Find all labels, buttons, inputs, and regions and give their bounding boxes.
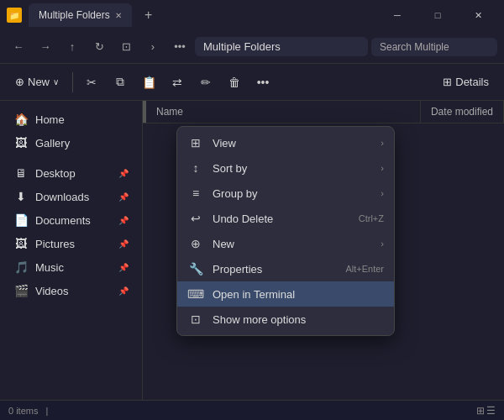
sidebar-item-music[interactable]: 🎵 Music 📌	[3, 256, 139, 278]
sidebar-pin-desktop: 📌	[118, 169, 129, 178]
view-toggle-button[interactable]: ⊡	[114, 35, 138, 59]
new-icon: ⊕	[15, 76, 24, 88]
breadcrumb-label: Multiple Folders	[203, 40, 281, 53]
move-button[interactable]: ⇄	[164, 69, 191, 96]
details-label: Details	[455, 76, 489, 88]
tab[interactable]: Multiple Folders ✕	[29, 3, 132, 27]
breadcrumb[interactable]: Multiple Folders	[195, 37, 368, 56]
tab-close-button[interactable]: ✕	[115, 11, 122, 20]
sidebar-item-videos[interactable]: 🎬 Videos 📌	[3, 280, 139, 302]
more-options-button[interactable]: •••	[249, 69, 276, 96]
sidebar-pin-downloads: 📌	[118, 192, 129, 202]
context-menu: ⊞ View › ↕ Sort by › ≡ Group by › ↩ Undo…	[176, 126, 395, 336]
menu-label-groupby: Group by	[213, 187, 257, 200]
sidebar-pin-music: 📌	[118, 263, 129, 272]
paste-button[interactable]: 📋	[135, 69, 162, 96]
sidebar-label-gallery: Gallery	[35, 137, 70, 150]
status-items-count: 0 items |	[8, 406, 53, 416]
sidebar-pin-pictures: 📌	[118, 239, 129, 249]
sidebar-icon-videos: 🎬	[13, 284, 29, 297]
details-button[interactable]: ⊞ Details	[434, 69, 497, 96]
sidebar-label-music: Music	[35, 261, 64, 274]
back-button[interactable]: ←	[7, 35, 30, 59]
toolbar-divider	[72, 72, 73, 92]
rename-button[interactable]: ✏	[192, 69, 219, 96]
menu-label-new: New	[213, 238, 234, 250]
menu-arrow-new: ›	[381, 239, 384, 249]
sidebar-item-gallery[interactable]: 🖼 Gallery	[3, 132, 139, 154]
menu-item-properties[interactable]: 🔧 Properties Alt+Enter	[177, 256, 394, 281]
sidebar-item-documents[interactable]: 📄 Documents 📌	[3, 209, 139, 231]
menu-icon-properties: 🔧	[187, 262, 204, 276]
menu-label-undo: Undo Delete	[213, 213, 273, 225]
forward-button[interactable]: →	[34, 35, 57, 59]
list-view-button[interactable]: ☰	[486, 405, 496, 417]
menu-shortcut-properties: Alt+Enter	[345, 264, 384, 274]
menu-icon-groupby: ≡	[187, 186, 204, 200]
new-button[interactable]: ⊕ New ∨	[7, 69, 67, 96]
toolbar: ⊕ New ∨ ✂ ⧉ 📋 ⇄ ✏ 🗑 ••• ⊞ Details	[0, 64, 504, 101]
menu-label-view: View	[213, 137, 236, 150]
menu-label-properties: Properties	[213, 263, 262, 276]
new-label: New	[28, 76, 50, 88]
menu-arrow-groupby: ›	[381, 188, 384, 198]
sidebar: 🏠 Home 🖼 Gallery 🖥 Desktop 📌 ⬇ Downloads…	[0, 101, 143, 400]
menu-icon-sortby: ↕	[187, 161, 204, 175]
refresh-button[interactable]: ↻	[87, 35, 111, 59]
search-placeholder: Search Multiple	[380, 41, 449, 53]
breadcrumb-sep-icon: ›	[141, 35, 165, 59]
menu-item-more[interactable]: ⊡ Show more options	[177, 307, 394, 332]
sidebar-item-desktop[interactable]: 🖥 Desktop 📌	[3, 162, 139, 184]
sidebar-pin-documents: 📌	[118, 216, 129, 225]
sidebar-label-home: Home	[35, 113, 65, 126]
delete-button[interactable]: 🗑	[221, 69, 248, 96]
new-arrow-icon: ∨	[53, 77, 59, 87]
details-icon: ⊞	[443, 76, 452, 88]
main-content: 🏠 Home 🖼 Gallery 🖥 Desktop 📌 ⬇ Downloads…	[0, 101, 504, 400]
sidebar-icon-home: 🏠	[13, 113, 29, 126]
maximize-button[interactable]: □	[418, 3, 457, 28]
sidebar-label-documents: Documents	[35, 214, 91, 227]
col-date: Date modified	[421, 101, 504, 123]
status-bar: 0 items | ⊞ ☰	[0, 400, 504, 420]
menu-item-groupby[interactable]: ≡ Group by ›	[177, 181, 394, 206]
sidebar-pin-videos: 📌	[118, 286, 129, 296]
up-button[interactable]: ↑	[60, 35, 84, 59]
window-controls: ─ □ ✕	[378, 3, 497, 28]
menu-label-more: Show more options	[213, 313, 306, 326]
minimize-button[interactable]: ─	[378, 3, 417, 28]
col-name: Name	[146, 101, 421, 123]
menu-icon-new: ⊕	[187, 237, 204, 250]
tab-label: Multiple Folders	[39, 9, 110, 21]
menu-shortcut-undo: Ctrl+Z	[359, 213, 384, 223]
menu-icon-view: ⊞	[187, 136, 204, 150]
app-icon: 📁	[7, 8, 22, 23]
sidebar-item-downloads[interactable]: ⬇ Downloads 📌	[3, 186, 139, 207]
search-box[interactable]: Search Multiple	[371, 38, 497, 56]
menu-item-sortby[interactable]: ↕ Sort by ›	[177, 155, 394, 181]
new-tab-button[interactable]: +	[139, 5, 159, 25]
menu-item-undo[interactable]: ↩ Undo Delete Ctrl+Z	[177, 206, 394, 231]
sidebar-label-desktop: Desktop	[35, 167, 76, 180]
sidebar-label-pictures: Pictures	[35, 238, 75, 250]
sidebar-icon-pictures: 🖼	[13, 237, 29, 250]
address-bar: ← → ↑ ↻ ⊡ › ••• Multiple Folders Search …	[0, 30, 504, 64]
sidebar-label-videos: Videos	[35, 285, 69, 297]
sidebar-icon-music: 🎵	[13, 260, 29, 274]
cut-button[interactable]: ✂	[78, 69, 105, 96]
sidebar-icon-downloads: ⬇	[13, 190, 29, 203]
grid-view-button[interactable]: ⊞	[476, 405, 485, 417]
sidebar-icon-documents: 📄	[13, 213, 29, 227]
menu-label-terminal: Open in Terminal	[213, 288, 295, 301]
menu-icon-more: ⊡	[187, 312, 204, 326]
close-button[interactable]: ✕	[459, 3, 497, 28]
menu-item-terminal[interactable]: ⌨ Open in Terminal	[177, 281, 394, 307]
copy-button[interactable]: ⧉	[107, 69, 134, 96]
sidebar-item-home[interactable]: 🏠 Home	[3, 108, 139, 130]
sidebar-item-pictures[interactable]: 🖼 Pictures 📌	[3, 233, 139, 255]
menu-item-new[interactable]: ⊕ New ›	[177, 231, 394, 256]
sidebar-icon-gallery: 🖼	[13, 136, 29, 150]
menu-item-view[interactable]: ⊞ View ›	[177, 130, 394, 155]
menu-icon-terminal: ⌨	[187, 287, 204, 301]
more-button[interactable]: •••	[168, 35, 192, 59]
